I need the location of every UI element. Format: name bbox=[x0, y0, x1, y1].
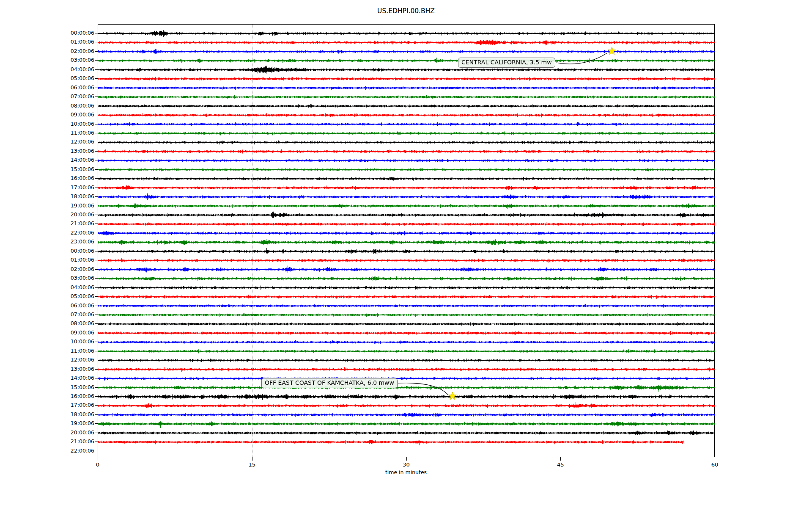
y-tick-mark bbox=[95, 69, 98, 70]
y-tick-mark bbox=[95, 387, 98, 388]
row-label: 07:00:06 bbox=[54, 93, 94, 99]
annotation-central-california: CENTRAL CALIFORNIA, 3.5 mw bbox=[458, 58, 555, 68]
chart-title: US.EDHPI.00.BHZ bbox=[0, 7, 812, 15]
row-label: 03:00:06 bbox=[54, 57, 94, 63]
row-label: 22:00:06 bbox=[54, 447, 94, 454]
x-tick-label: 45 bbox=[557, 461, 564, 468]
row-label: 22:00:06 bbox=[54, 229, 94, 236]
x-axis-label: time in minutes bbox=[0, 469, 812, 475]
y-tick-mark bbox=[95, 396, 98, 397]
figure: US.EDHPI.00.BHZ 00:00:0601:00:0602:00:06… bbox=[0, 0, 812, 508]
y-tick-mark bbox=[95, 133, 98, 133]
x-tick-mark bbox=[406, 457, 407, 461]
row-label: 13:00:06 bbox=[54, 366, 94, 372]
y-tick-mark bbox=[95, 169, 98, 170]
row-label: 13:00:06 bbox=[54, 148, 94, 154]
row-label: 05:00:06 bbox=[54, 293, 94, 299]
y-tick-mark bbox=[95, 378, 98, 378]
y-tick-mark bbox=[95, 160, 98, 160]
row-label: 00:00:06 bbox=[54, 30, 94, 36]
y-tick-mark bbox=[95, 315, 98, 315]
row-label: 05:00:06 bbox=[54, 75, 94, 81]
y-tick-mark bbox=[95, 405, 98, 406]
x-tick-mark bbox=[98, 457, 98, 461]
y-tick-mark bbox=[95, 260, 98, 260]
y-tick-mark bbox=[95, 33, 98, 33]
y-tick-mark bbox=[95, 42, 98, 42]
y-tick-mark bbox=[95, 224, 98, 224]
y-tick-mark bbox=[95, 433, 98, 433]
y-tick-mark bbox=[95, 369, 98, 370]
y-tick-mark bbox=[95, 97, 98, 97]
y-tick-mark bbox=[95, 115, 98, 115]
x-tick-label: 0 bbox=[96, 461, 99, 468]
row-label: 20:00:06 bbox=[54, 429, 94, 436]
y-tick-mark bbox=[95, 60, 98, 61]
x-tick-label: 15 bbox=[248, 461, 255, 468]
row-label: 02:00:06 bbox=[54, 266, 94, 272]
y-tick-mark bbox=[95, 296, 98, 297]
y-tick-mark bbox=[95, 178, 98, 179]
row-label: 15:00:06 bbox=[54, 384, 94, 390]
row-label: 12:00:06 bbox=[54, 138, 94, 145]
row-label: 07:00:06 bbox=[54, 311, 94, 318]
row-label: 14:00:06 bbox=[54, 157, 94, 163]
y-tick-mark bbox=[95, 287, 98, 288]
row-label: 06:00:06 bbox=[54, 302, 94, 309]
row-label: 04:00:06 bbox=[54, 66, 94, 72]
row-label: 11:00:06 bbox=[54, 348, 94, 354]
row-label: 19:00:06 bbox=[54, 420, 94, 426]
row-label: 01:00:06 bbox=[54, 39, 94, 45]
row-label: 08:00:06 bbox=[54, 320, 94, 326]
x-tick-label: 60 bbox=[711, 461, 719, 468]
y-tick-mark bbox=[95, 360, 98, 360]
row-label: 18:00:06 bbox=[54, 193, 94, 199]
row-label: 11:00:06 bbox=[54, 130, 94, 136]
row-label: 01:00:06 bbox=[54, 257, 94, 263]
y-tick-mark bbox=[95, 215, 98, 215]
plot-area bbox=[98, 24, 715, 457]
row-label: 03:00:06 bbox=[54, 275, 94, 281]
annotation-text: OFF EAST COAST OF KAMCHATKA, 6.0 mww bbox=[265, 379, 394, 386]
seismogram-canvas bbox=[98, 25, 715, 458]
row-label: 10:00:06 bbox=[54, 121, 94, 127]
row-label: 12:00:06 bbox=[54, 356, 94, 363]
y-tick-mark bbox=[95, 269, 98, 270]
row-label: 20:00:06 bbox=[54, 211, 94, 218]
annotation-kamchatka: OFF EAST COAST OF KAMCHATKA, 6.0 mww bbox=[261, 378, 398, 388]
y-tick-mark bbox=[95, 106, 98, 106]
x-tick-mark bbox=[560, 457, 561, 461]
row-label: 17:00:06 bbox=[54, 184, 94, 190]
y-tick-mark bbox=[95, 233, 98, 233]
y-tick-mark bbox=[95, 78, 98, 79]
row-label: 06:00:06 bbox=[54, 84, 94, 91]
annotation-text: CENTRAL CALIFORNIA, 3.5 mw bbox=[461, 59, 552, 66]
y-tick-mark bbox=[95, 251, 98, 251]
y-tick-mark bbox=[95, 333, 98, 333]
y-tick-mark bbox=[95, 423, 98, 424]
row-label: 23:00:06 bbox=[54, 238, 94, 245]
y-tick-mark bbox=[95, 442, 98, 442]
row-label: 19:00:06 bbox=[54, 202, 94, 209]
y-tick-mark bbox=[95, 196, 98, 197]
row-label: 14:00:06 bbox=[54, 375, 94, 381]
row-label: 21:00:06 bbox=[54, 438, 94, 444]
x-tick-mark bbox=[715, 457, 715, 461]
y-tick-mark bbox=[95, 142, 98, 142]
y-tick-mark bbox=[95, 242, 98, 242]
row-label: 08:00:06 bbox=[54, 102, 94, 109]
y-tick-mark bbox=[95, 323, 98, 324]
y-tick-mark bbox=[95, 88, 98, 88]
y-tick-mark bbox=[95, 351, 98, 351]
row-label: 18:00:06 bbox=[54, 411, 94, 417]
row-label: 16:00:06 bbox=[54, 175, 94, 181]
row-label: 09:00:06 bbox=[54, 329, 94, 336]
y-tick-mark bbox=[95, 451, 98, 451]
row-label: 10:00:06 bbox=[54, 338, 94, 345]
x-tick-label: 30 bbox=[403, 461, 410, 468]
y-tick-mark bbox=[95, 51, 98, 52]
x-tick-mark bbox=[252, 457, 252, 461]
row-label: 02:00:06 bbox=[54, 48, 94, 54]
y-tick-mark bbox=[95, 278, 98, 279]
row-label: 16:00:06 bbox=[54, 393, 94, 399]
